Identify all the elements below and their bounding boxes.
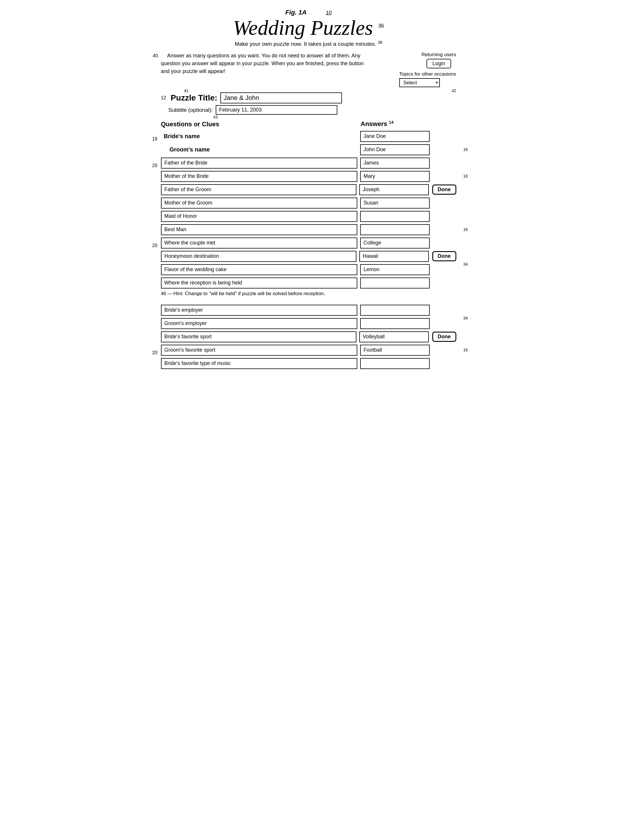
puzzle-subtitle-label: Subtitle (optional): bbox=[168, 107, 213, 113]
ref-16c: 16 bbox=[463, 227, 468, 232]
maid-honor-input[interactable] bbox=[360, 211, 430, 222]
wedding-cake-input[interactable] bbox=[360, 264, 430, 275]
brides-name-input[interactable] bbox=[360, 131, 430, 142]
mother-bride-input[interactable] bbox=[360, 171, 430, 182]
returning-block: Returning users Login bbox=[421, 52, 456, 68]
brides-employer-input[interactable] bbox=[360, 305, 430, 316]
ref-20a: 20 bbox=[152, 163, 158, 168]
app-title: Wedding Puzzles 36 bbox=[161, 18, 456, 38]
questions-header: Questions or Clues bbox=[161, 120, 358, 128]
done-button-3[interactable]: Done bbox=[432, 332, 456, 342]
maid-honor-label: Maid of Honor bbox=[161, 211, 357, 222]
brides-music-label: Bride's favorite type of music bbox=[161, 358, 357, 369]
brides-employer-label: Bride's employer bbox=[161, 305, 357, 316]
table-row: 18 Bride's name bbox=[161, 131, 456, 142]
done-button-2[interactable]: Done bbox=[432, 251, 456, 261]
ref-20b: 20 bbox=[152, 243, 158, 248]
ref-41: 41 bbox=[184, 88, 189, 93]
puzzle-title-label: Puzzle Title: bbox=[171, 93, 217, 102]
ref-18: 18 bbox=[152, 136, 158, 142]
answers-header: Answers 14 bbox=[358, 120, 456, 128]
topics-block: Topics for other occasions Select bbox=[399, 71, 456, 87]
fig-ref: 10 bbox=[326, 10, 332, 16]
puzzle-title-input[interactable] bbox=[220, 92, 342, 104]
qa-group2: Bride's employer Groom's employer 34 Bri… bbox=[161, 305, 456, 369]
father-groom-input[interactable] bbox=[359, 184, 429, 195]
ref-40: 40 bbox=[153, 53, 158, 58]
mother-groom-input[interactable] bbox=[360, 198, 430, 209]
qa-group1: 18 Bride's name Groom's name 16 20 Fathe… bbox=[161, 131, 456, 288]
reception-input[interactable] bbox=[360, 278, 430, 288]
reception-label: Where the reception is being held bbox=[161, 278, 357, 288]
ref-16b: 16 bbox=[463, 174, 468, 179]
grooms-name-label: Groom's name bbox=[161, 144, 357, 155]
instructions-block: 40 Answer as many questions as you want.… bbox=[161, 52, 366, 87]
table-row: 20 Where the couple met bbox=[161, 238, 456, 248]
fig-title: Fig. 1A bbox=[285, 9, 307, 16]
table-row: 20 Groom's favorite sport 16 bbox=[161, 345, 456, 356]
puzzle-subtitle-input[interactable] bbox=[216, 105, 337, 115]
couple-met-input[interactable] bbox=[360, 238, 430, 248]
brides-sport-input[interactable] bbox=[359, 331, 429, 342]
login-button[interactable]: Login bbox=[427, 59, 451, 68]
grooms-sport-label: Groom's favorite sport bbox=[161, 345, 357, 356]
wedding-cake-label: Flavor of the wedding cake bbox=[161, 264, 357, 275]
grooms-sport-input[interactable] bbox=[360, 345, 430, 356]
table-row: Father of the Groom Done bbox=[161, 184, 456, 195]
figure-label: Fig. 1A 10 bbox=[161, 9, 456, 16]
ref-46: 46 bbox=[161, 291, 166, 296]
ref-43: 43 bbox=[213, 115, 218, 119]
mother-groom-label: Mother of the Groom bbox=[161, 198, 357, 209]
brides-name-label: Bride's name bbox=[161, 131, 357, 142]
ref-36: 36 bbox=[378, 23, 384, 29]
ref-12: 12 bbox=[161, 95, 166, 101]
table-row: Mother of the Groom bbox=[161, 198, 456, 209]
table-row: Bride's employer bbox=[161, 305, 456, 316]
table-row: Best Man 16 bbox=[161, 224, 456, 235]
puzzle-header: 41 42 12 Puzzle Title: 43 Subtitle (opti… bbox=[161, 92, 456, 115]
topics-label: Topics for other occasions bbox=[399, 71, 456, 77]
ref-14: 14 bbox=[389, 120, 394, 124]
table-row: Mother of the Bride 16 bbox=[161, 171, 456, 182]
couple-met-label: Where the couple met bbox=[161, 238, 357, 248]
table-row: Bride's favorite type of music bbox=[161, 358, 456, 369]
honeymoon-input[interactable] bbox=[359, 251, 429, 262]
table-row: Where the reception is being held bbox=[161, 278, 456, 288]
table-row: Maid of Honor bbox=[161, 211, 456, 222]
table-row: Groom's employer 34 bbox=[161, 318, 456, 329]
ref-42: 42 bbox=[452, 88, 456, 93]
father-bride-label: Father of the Bride bbox=[161, 158, 357, 169]
table-row: 20 Father of the Bride bbox=[161, 158, 456, 169]
ref-16d: 16 bbox=[463, 348, 468, 352]
table-row: Honeymoon destination Done bbox=[161, 251, 456, 262]
honeymoon-label: Honeymoon destination bbox=[161, 251, 356, 262]
grooms-name-input[interactable] bbox=[360, 144, 430, 155]
hint-line: 46 — Hint: Change to "will be held" if p… bbox=[161, 291, 456, 297]
brides-sport-label: Bride's favorite sport bbox=[161, 331, 356, 342]
ref-16a: 16 bbox=[463, 147, 468, 152]
brides-music-input[interactable] bbox=[360, 358, 430, 369]
grooms-employer-label: Groom's employer bbox=[161, 318, 357, 329]
topics-select[interactable]: Select bbox=[399, 78, 440, 87]
returning-label: Returning users bbox=[421, 52, 456, 58]
ref-34a: 34 bbox=[463, 262, 468, 266]
table-row: Bride's favorite sport Done bbox=[161, 331, 456, 342]
table-row: Groom's name 16 bbox=[161, 144, 456, 155]
table-row: Flavor of the wedding cake 34 bbox=[161, 264, 456, 275]
father-bride-input[interactable] bbox=[360, 158, 430, 169]
best-man-label: Best Man bbox=[161, 224, 357, 235]
mother-bride-label: Mother of the Bride bbox=[161, 171, 357, 182]
top-right-panel: Returning users Login Topics for other o… bbox=[375, 52, 456, 87]
app-subtitle-line: Make your own puzzle now. It takes just … bbox=[161, 40, 456, 47]
done-button-1[interactable]: Done bbox=[432, 185, 456, 195]
father-groom-label: Father of the Groom bbox=[161, 184, 356, 195]
best-man-input[interactable] bbox=[360, 224, 430, 235]
grooms-employer-input[interactable] bbox=[360, 318, 430, 329]
ref-34b: 34 bbox=[463, 316, 468, 320]
ref-38: 38 bbox=[378, 40, 382, 44]
ref-20c: 20 bbox=[152, 350, 158, 355]
